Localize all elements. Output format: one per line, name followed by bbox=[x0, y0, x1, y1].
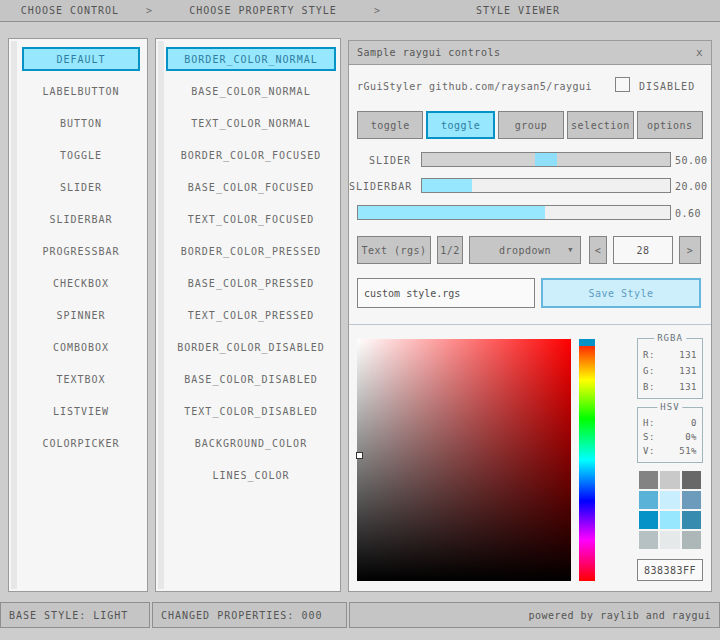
hsv-row-value: 51% bbox=[679, 444, 697, 458]
sample-window-titlebar[interactable]: Sample raygui controls x bbox=[349, 41, 711, 65]
property-list-item[interactable]: BASE_COLOR_PRESSED bbox=[166, 271, 336, 295]
spinner-increment-button[interactable]: > bbox=[679, 236, 701, 264]
hex-color-box[interactable]: 838383FF bbox=[637, 559, 703, 581]
toggle-button-label: options bbox=[647, 120, 693, 131]
controls-list-item[interactable]: SPINNER bbox=[22, 303, 140, 327]
close-icon[interactable]: x bbox=[696, 46, 703, 59]
property-list-item[interactable]: BORDER_COLOR_FOCUSED bbox=[166, 143, 336, 167]
property-list-item[interactable]: BORDER_COLOR_PRESSED bbox=[166, 239, 336, 263]
toggle-button[interactable]: selection bbox=[567, 111, 633, 139]
style-color-swatch[interactable] bbox=[660, 471, 679, 489]
toggle-button[interactable]: toggle bbox=[426, 111, 494, 139]
text-rgs-button-label: Text (rgs) bbox=[361, 245, 426, 256]
sliderbar-label: SLIDERBAR bbox=[349, 181, 411, 192]
property-list-item-label: TEXT_COLOR_NORMAL bbox=[191, 118, 310, 129]
color-picker-gradient[interactable] bbox=[357, 339, 571, 581]
controls-list-item-label: SLIDER bbox=[60, 182, 102, 193]
hsv-rows: H: 0 S: 0% V: 51% bbox=[643, 416, 697, 458]
property-list-item[interactable]: BASE_COLOR_DISABLED bbox=[166, 367, 336, 391]
style-color-swatches bbox=[639, 471, 701, 549]
controls-list-item[interactable]: TEXTBOX bbox=[22, 367, 140, 391]
controls-list-item[interactable]: DEFAULT bbox=[22, 47, 140, 71]
style-color-swatch[interactable] bbox=[682, 531, 701, 549]
property-list-item[interactable]: TEXT_COLOR_DISABLED bbox=[166, 399, 336, 423]
property-list-item[interactable]: BORDER_COLOR_DISABLED bbox=[166, 335, 336, 359]
property-list-item[interactable]: BASE_COLOR_FOCUSED bbox=[166, 175, 336, 199]
style-color-swatch[interactable] bbox=[639, 471, 658, 489]
toggle-button[interactable]: options bbox=[637, 111, 703, 139]
spinner-value-box[interactable]: 28 bbox=[613, 236, 673, 264]
controls-list-item-label: BUTTON bbox=[60, 118, 102, 129]
controls-list-item[interactable]: COMBOBOX bbox=[22, 335, 140, 359]
controls-list-item[interactable]: TOGGLE bbox=[22, 143, 140, 167]
controls-list-item-label: SLIDERBAR bbox=[49, 214, 112, 225]
spinner-decrement-button[interactable]: < bbox=[589, 236, 607, 264]
style-color-swatch[interactable] bbox=[660, 491, 679, 509]
controls-list: DEFAULT LABELBUTTON BUTTON TOGGLE SLIDER bbox=[15, 39, 147, 455]
progressbar-fill bbox=[358, 206, 545, 219]
toggle-button[interactable]: toggle bbox=[357, 111, 423, 139]
style-color-swatch[interactable] bbox=[639, 511, 658, 529]
style-color-swatch[interactable] bbox=[682, 491, 701, 509]
controls-list-item[interactable]: CHECKBOX bbox=[22, 271, 140, 295]
rgba-row-value: 131 bbox=[679, 363, 697, 379]
style-color-swatch[interactable] bbox=[660, 511, 679, 529]
slider[interactable] bbox=[421, 152, 671, 167]
half-toggle-button[interactable]: 1/2 bbox=[437, 236, 463, 264]
status-changed-properties: CHANGED PROPERTIES: 000 bbox=[152, 602, 347, 628]
color-cursor[interactable] bbox=[356, 452, 363, 459]
rgba-row: G: 131 bbox=[643, 363, 697, 379]
controls-list-item-label: SPINNER bbox=[56, 310, 105, 321]
property-list-item-label: BORDER_COLOR_DISABLED bbox=[177, 342, 324, 353]
controls-list-item[interactable]: SLIDERBAR bbox=[22, 207, 140, 231]
hue-bar[interactable] bbox=[579, 339, 595, 581]
style-color-swatch[interactable] bbox=[639, 531, 658, 549]
disabled-checkbox[interactable] bbox=[615, 77, 630, 92]
chevron-down-icon: ▼ bbox=[568, 246, 573, 254]
property-list-item[interactable]: BACKGROUND_COLOR bbox=[166, 431, 336, 455]
controls-list-item[interactable]: SLIDER bbox=[22, 175, 140, 199]
spinner-value: 28 bbox=[636, 245, 649, 256]
hue-marker[interactable] bbox=[579, 339, 595, 346]
disabled-label: DISABLED bbox=[639, 81, 695, 92]
hsv-row-key: V: bbox=[643, 444, 655, 458]
rgba-row: B: 131 bbox=[643, 379, 697, 395]
style-color-swatch[interactable] bbox=[660, 531, 679, 549]
property-list-item[interactable]: BASE_COLOR_NORMAL bbox=[166, 79, 336, 103]
rgba-rows: R: 131 G: 131 B: 131 bbox=[643, 347, 697, 395]
controls-list-item[interactable]: LISTVIEW bbox=[22, 399, 140, 423]
rgba-title: RGBA bbox=[654, 333, 686, 343]
controls-list-item-label: TEXTBOX bbox=[56, 374, 105, 385]
breadcrumb-choose-property-style: CHOOSE PROPERTY STYLE bbox=[158, 5, 368, 16]
hsv-row-key: H: bbox=[643, 416, 655, 430]
property-list-item[interactable]: LINES_COLOR bbox=[166, 463, 336, 487]
property-list-item[interactable]: TEXT_COLOR_NORMAL bbox=[166, 111, 336, 135]
sample-window: Sample raygui controls x rGuiStyler gith… bbox=[348, 40, 712, 592]
repo-link[interactable]: github.com/raysan5/raygui bbox=[429, 81, 592, 92]
style-color-swatch[interactable] bbox=[682, 511, 701, 529]
property-list-item-label: TEXT_COLOR_DISABLED bbox=[184, 406, 317, 417]
text-rgs-button[interactable]: Text (rgs) bbox=[357, 236, 431, 264]
controls-list-item[interactable]: LABELBUTTON bbox=[22, 79, 140, 103]
property-list-item[interactable]: BORDER_COLOR_NORMAL bbox=[166, 47, 336, 71]
property-list-item[interactable]: TEXT_COLOR_FOCUSED bbox=[166, 207, 336, 231]
property-list-item[interactable]: TEXT_COLOR_PRESSED bbox=[166, 303, 336, 327]
slider-handle[interactable] bbox=[535, 153, 557, 166]
dropdown-select[interactable]: dropdown ▼ bbox=[469, 236, 581, 264]
controls-list-item[interactable]: BUTTON bbox=[22, 111, 140, 135]
style-color-swatch[interactable] bbox=[682, 471, 701, 489]
controls-list-item[interactable]: COLORPICKER bbox=[22, 431, 140, 455]
controls-list-item-label: LISTVIEW bbox=[53, 406, 109, 417]
toggle-button[interactable]: group bbox=[498, 111, 564, 139]
controls-list-item[interactable]: PROGRESSBAR bbox=[22, 239, 140, 263]
sliderbar-value: 20.00 bbox=[675, 181, 708, 192]
properties-panel: BORDER_COLOR_NORMAL BASE_COLOR_NORMAL TE… bbox=[155, 38, 341, 592]
sample-toolbar: toggle toggle group selection options bbox=[357, 111, 703, 139]
sliderbar[interactable] bbox=[421, 178, 671, 193]
controls-list-item-label: CHECKBOX bbox=[53, 278, 109, 289]
property-list-item-label: BORDER_COLOR_NORMAL bbox=[184, 54, 317, 65]
filename-input[interactable] bbox=[357, 278, 535, 308]
style-color-swatch[interactable] bbox=[639, 491, 658, 509]
slider-label: SLIDER bbox=[349, 155, 411, 166]
save-style-button[interactable]: Save Style bbox=[541, 278, 701, 308]
